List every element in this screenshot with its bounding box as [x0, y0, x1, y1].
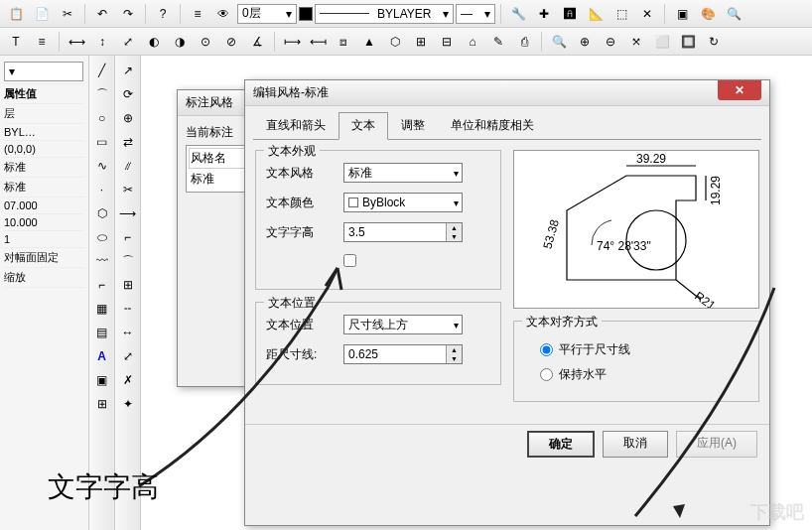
array-icon[interactable]: ⊞: [117, 274, 139, 296]
align-parallel-radio[interactable]: [540, 343, 553, 356]
z3-icon[interactable]: ⊖: [599, 31, 622, 53]
text-frame-checkbox[interactable]: [343, 254, 356, 267]
appearance-title: 文本外观: [264, 143, 320, 160]
align-horizontal-radio[interactable]: [540, 368, 553, 381]
target-icon[interactable]: ⊕: [117, 107, 139, 129]
line-icon[interactable]: ╱: [91, 60, 113, 81]
extend-icon[interactable]: ⟶: [117, 202, 139, 224]
m8-icon[interactable]: ⌂: [461, 31, 484, 53]
trim-icon[interactable]: ✂: [117, 179, 139, 200]
text-dist-input[interactable]: 0.625▲▼: [343, 344, 463, 364]
dim8-icon[interactable]: ∡: [245, 31, 269, 53]
curve2-icon[interactable]: 〰: [91, 250, 113, 272]
extra3-icon[interactable]: 🔍: [722, 3, 745, 25]
m6-icon[interactable]: ⊞: [409, 31, 433, 53]
text-color-combo[interactable]: ByBlock: [343, 193, 463, 212]
z5-icon[interactable]: ⬜: [650, 31, 674, 53]
m7-icon[interactable]: ⊟: [435, 31, 459, 53]
visibility-icon[interactable]: 👁: [211, 3, 235, 25]
hatch-icon[interactable]: ▦: [91, 298, 113, 320]
linetype-dropdown[interactable]: BYLAYER▾: [315, 4, 454, 24]
obj2-icon[interactable]: ✚: [532, 3, 556, 25]
lineweight-dropdown[interactable]: —▾: [456, 4, 495, 24]
z7-icon[interactable]: ↻: [702, 31, 726, 53]
apply-button: 应用(A): [676, 431, 757, 458]
m2-icon[interactable]: ⟻: [306, 31, 330, 53]
extra2-icon[interactable]: 🎨: [696, 3, 720, 25]
m9-icon[interactable]: ✎: [486, 31, 510, 53]
rotate-icon[interactable]: ⟳: [117, 83, 139, 105]
text-pos-combo[interactable]: 尺寸线上方: [343, 315, 463, 334]
close-button[interactable]: ✕: [718, 80, 761, 100]
point-icon[interactable]: ·: [91, 179, 113, 200]
offset-icon[interactable]: ⫽: [117, 155, 139, 177]
obj4-icon[interactable]: 📐: [584, 3, 608, 25]
obj3-icon[interactable]: 🅰: [558, 3, 582, 25]
m5-icon[interactable]: ⬡: [383, 31, 407, 53]
arc-icon[interactable]: ⌒: [91, 83, 113, 105]
erase-icon[interactable]: ✗: [117, 369, 139, 391]
z4-icon[interactable]: ⤧: [624, 31, 648, 53]
chamfer-icon[interactable]: ⌐: [117, 226, 139, 248]
color-swatch[interactable]: [299, 7, 313, 21]
layers-icon[interactable]: ≡: [186, 3, 209, 25]
ok-button[interactable]: 确定: [527, 431, 595, 458]
z2-icon[interactable]: ⊕: [573, 31, 597, 53]
dim1-icon[interactable]: ⟷: [65, 31, 88, 53]
pline-icon[interactable]: ⌐: [91, 274, 113, 296]
dim5-icon[interactable]: ◑: [168, 31, 192, 53]
break-icon[interactable]: ╌: [117, 298, 139, 320]
undo-icon[interactable]: ↶: [90, 3, 114, 25]
redo-icon[interactable]: ↷: [116, 3, 140, 25]
prop-dropdown[interactable]: ▾: [4, 62, 83, 81]
mirror-icon[interactable]: ⇄: [117, 131, 139, 153]
cut-icon[interactable]: ✂: [56, 3, 79, 25]
scale-icon[interactable]: ⤢: [117, 345, 139, 367]
obj1-icon[interactable]: 🔧: [506, 3, 530, 25]
explode-icon[interactable]: ✦: [117, 393, 139, 415]
layer-dropdown[interactable]: 0层▾: [237, 4, 297, 24]
modify-palette: ↗ ⟳ ⊕ ⇄ ⫽ ✂ ⟶ ⌐ ⌒ ⊞ ╌ ↔ ⤢ ✗ ✦: [115, 56, 141, 530]
z6-icon[interactable]: 🔲: [676, 31, 700, 53]
paste-icon[interactable]: 📋: [4, 3, 28, 25]
help-icon[interactable]: ?: [151, 3, 175, 25]
dim7-icon[interactable]: ⊘: [219, 31, 243, 53]
obj5-icon[interactable]: ⬚: [609, 3, 633, 25]
prop-val3: 1: [4, 231, 84, 248]
m4-icon[interactable]: ▲: [357, 31, 381, 53]
tab-text[interactable]: 文本: [338, 112, 388, 140]
dim3-icon[interactable]: ⤢: [116, 31, 140, 53]
polygon-icon[interactable]: ⬡: [91, 202, 113, 224]
obj6-icon[interactable]: ✕: [635, 3, 659, 25]
cancel-button[interactable]: 取消: [603, 431, 668, 458]
style-icon[interactable]: ≡: [30, 31, 54, 53]
dim6-icon[interactable]: ⊙: [194, 31, 217, 53]
text-height-input[interactable]: 3.5▲▼: [343, 222, 463, 242]
fillet-icon[interactable]: ⌒: [117, 250, 139, 272]
block-icon[interactable]: ▣: [91, 369, 113, 391]
m10-icon[interactable]: ⎙: [512, 31, 536, 53]
move-icon[interactable]: ↗: [117, 60, 139, 81]
z1-icon[interactable]: 🔍: [547, 31, 571, 53]
align-parallel-label: 平行于尺寸线: [559, 341, 630, 358]
dim4-icon[interactable]: ◐: [142, 31, 166, 53]
extra1-icon[interactable]: ▣: [670, 3, 694, 25]
tab-units[interactable]: 单位和精度相关: [438, 112, 547, 139]
m1-icon[interactable]: ⟼: [280, 31, 304, 53]
fill-icon[interactable]: ▤: [91, 322, 113, 343]
edit-style-dialog: 编辑风格-标准 ✕ 直线和箭头 文本 调整 单位和精度相关 文本外观 文本风格 …: [244, 79, 770, 526]
spline-icon[interactable]: ∿: [91, 155, 113, 177]
rect-icon[interactable]: ▭: [91, 131, 113, 153]
tab-fit[interactable]: 调整: [388, 112, 438, 139]
circle-icon[interactable]: ○: [91, 107, 113, 129]
tab-lines[interactable]: 直线和箭头: [253, 112, 338, 139]
text2-icon[interactable]: A: [91, 345, 113, 367]
stretch-icon[interactable]: ↔: [117, 322, 139, 343]
dim-icon[interactable]: ⊞: [91, 393, 113, 415]
m3-icon[interactable]: ⧈: [332, 31, 355, 53]
dim2-icon[interactable]: ↕: [90, 31, 114, 53]
copy-icon[interactable]: 📄: [30, 3, 54, 25]
text-style-combo[interactable]: 标准: [343, 163, 463, 183]
ellipse-icon[interactable]: ⬭: [91, 226, 113, 248]
text-icon[interactable]: T: [4, 31, 28, 53]
